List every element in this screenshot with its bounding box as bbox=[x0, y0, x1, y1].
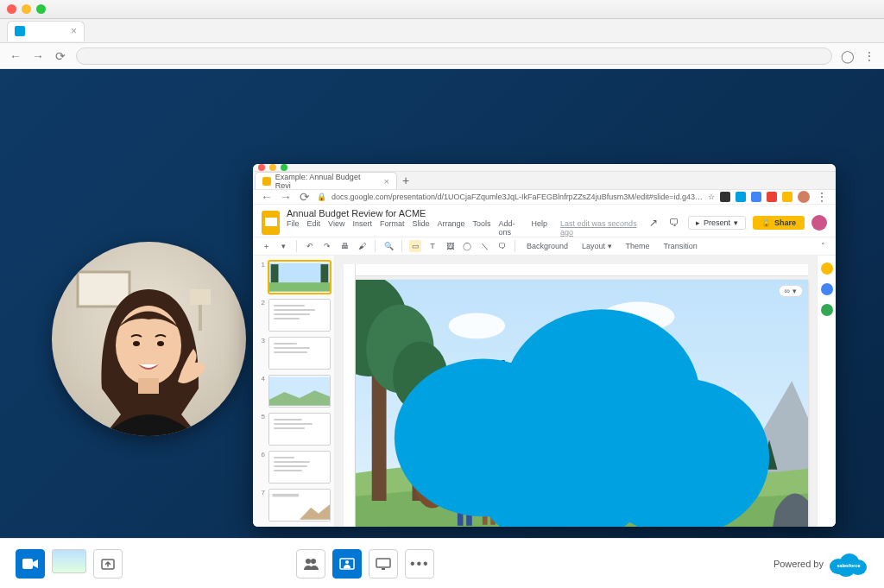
svg-point-6 bbox=[157, 341, 164, 346]
menu-edit[interactable]: Edit bbox=[307, 219, 321, 237]
window-minimize-icon[interactable] bbox=[22, 4, 31, 14]
redo-icon[interactable]: ↷ bbox=[321, 240, 333, 252]
ellipsis-icon: ••• bbox=[410, 556, 430, 572]
share-screen-button[interactable] bbox=[93, 549, 123, 579]
new-tab-icon[interactable]: + bbox=[397, 174, 414, 187]
inner-browser-tab[interactable]: Example: Annual Budget Revi × bbox=[255, 172, 397, 189]
toolbar-theme-button[interactable]: Theme bbox=[622, 241, 654, 251]
print-icon[interactable]: 🖶 bbox=[338, 240, 350, 252]
slide-thumbnail[interactable] bbox=[268, 451, 331, 484]
menu-file[interactable]: File bbox=[287, 219, 300, 237]
slide-canvas[interactable]: Annual Budget Review July 4, 2020 Sally … bbox=[356, 280, 808, 527]
tab-close-icon[interactable]: × bbox=[71, 25, 77, 37]
slide-thumbnail[interactable] bbox=[268, 299, 331, 332]
textbox-icon[interactable]: T bbox=[426, 240, 439, 252]
extension-icon[interactable] bbox=[782, 192, 792, 202]
inner-reload-icon[interactable]: ⟳ bbox=[298, 190, 312, 204]
inner-menu-icon[interactable]: ⋮ bbox=[815, 190, 829, 204]
hide-menus-icon[interactable]: ˄ bbox=[817, 240, 829, 252]
slide-thumbnail[interactable] bbox=[268, 337, 331, 370]
extension-icon[interactable] bbox=[720, 192, 730, 202]
inner-close-icon[interactable] bbox=[258, 164, 265, 171]
self-view-thumbnail[interactable] bbox=[52, 549, 86, 573]
comments-icon[interactable]: 🗨 bbox=[667, 216, 681, 230]
slide-thumbnail[interactable] bbox=[268, 489, 331, 522]
profile-avatar-icon[interactable] bbox=[798, 191, 810, 203]
comment-icon[interactable]: 🗨 bbox=[496, 240, 508, 252]
meeting-action-bar: ••• Powered by salesforce bbox=[0, 538, 884, 588]
participants-button[interactable] bbox=[296, 549, 325, 579]
select-tool-icon[interactable]: ▭ bbox=[409, 240, 421, 252]
inner-minimize-icon[interactable] bbox=[269, 164, 276, 171]
outer-browser-tab[interactable]: × bbox=[7, 21, 85, 41]
reload-icon[interactable]: ⟳ bbox=[54, 49, 67, 63]
keep-icon[interactable] bbox=[821, 262, 833, 275]
chevron-down-icon[interactable]: ▾ bbox=[277, 240, 289, 252]
zoom-icon[interactable]: 🔍 bbox=[382, 240, 395, 252]
inner-titlebar bbox=[253, 164, 836, 172]
slide-thumbnail[interactable] bbox=[268, 375, 331, 408]
slide-number: 3 bbox=[256, 337, 265, 345]
window-zoom-icon[interactable] bbox=[36, 4, 46, 14]
new-slide-icon[interactable]: ＋ bbox=[260, 240, 272, 252]
toolbar-transition-button[interactable]: Transition bbox=[660, 241, 702, 251]
slide-number: 1 bbox=[256, 261, 265, 269]
inner-browser-addressbar: ← → ⟳ 🔒 docs.google.com/presentation/d/1… bbox=[253, 190, 836, 205]
last-edit-text[interactable]: Last edit was seconds ago bbox=[560, 219, 640, 237]
outer-url-bar[interactable] bbox=[76, 47, 832, 65]
paint-format-icon[interactable]: 🖌 bbox=[356, 240, 368, 252]
screen-only-button[interactable] bbox=[369, 549, 398, 579]
menu-tools[interactable]: Tools bbox=[473, 219, 491, 237]
camera-toggle-button[interactable] bbox=[16, 549, 45, 579]
chevron-down-icon: ▾ bbox=[734, 218, 738, 227]
line-icon[interactable]: ＼ bbox=[478, 240, 490, 252]
share-button[interactable]: 🔒 Share bbox=[753, 216, 805, 230]
extension-icon[interactable] bbox=[736, 192, 746, 202]
tasks-icon[interactable] bbox=[821, 283, 833, 295]
slide-thumbnail-panel[interactable]: 1 2 3 4 5 6 bbox=[253, 256, 335, 527]
shape-icon[interactable]: ◯ bbox=[461, 240, 473, 252]
more-options-button[interactable]: ••• bbox=[405, 549, 434, 579]
extension-icon[interactable] bbox=[751, 192, 761, 202]
addons-icon[interactable] bbox=[821, 304, 833, 316]
account-avatar-icon[interactable] bbox=[811, 215, 827, 231]
undo-icon[interactable]: ↶ bbox=[304, 240, 316, 252]
inner-url-text[interactable]: docs.google.com/presentation/d/1UOCjaFZq… bbox=[332, 193, 703, 201]
window-close-icon[interactable] bbox=[7, 4, 16, 14]
present-button[interactable]: ▸ Present ▾ bbox=[688, 216, 746, 230]
inner-tab-close-icon[interactable]: × bbox=[384, 176, 389, 187]
browser-menu-icon[interactable]: ⋮ bbox=[863, 49, 875, 63]
inner-forward-icon[interactable]: → bbox=[279, 190, 293, 204]
menu-insert[interactable]: Insert bbox=[352, 219, 372, 237]
toolbar-layout-button[interactable]: Layout ▾ bbox=[578, 241, 616, 251]
inner-back-icon[interactable]: ← bbox=[260, 190, 274, 204]
profile-icon[interactable]: ◯ bbox=[841, 49, 855, 63]
activity-stream-icon[interactable]: ↗ bbox=[647, 216, 660, 230]
svg-rect-11 bbox=[321, 264, 329, 282]
presentation-title[interactable]: Annual Budget Review for ACME bbox=[287, 208, 640, 218]
menu-view[interactable]: View bbox=[328, 219, 344, 237]
svg-rect-2 bbox=[190, 289, 211, 305]
participant-video-bubble[interactable] bbox=[52, 242, 246, 436]
slide-thumbnail[interactable] bbox=[268, 413, 331, 446]
menu-addons[interactable]: Add-ons bbox=[499, 219, 524, 237]
menu-arrange[interactable]: Arrange bbox=[437, 219, 464, 237]
bookmark-star-icon[interactable]: ☆ bbox=[708, 193, 715, 201]
slide-thumbnail[interactable] bbox=[268, 261, 331, 294]
presenter-view-button[interactable] bbox=[332, 549, 362, 579]
back-icon[interactable]: ← bbox=[9, 49, 22, 63]
menu-format[interactable]: Format bbox=[380, 219, 405, 237]
menu-slide[interactable]: Slide bbox=[412, 219, 429, 237]
toolbar-background-button[interactable]: Background bbox=[522, 241, 572, 251]
forward-icon[interactable]: → bbox=[31, 49, 45, 63]
image-icon[interactable]: 🖼 bbox=[444, 240, 456, 252]
menu-help[interactable]: Help bbox=[532, 219, 548, 237]
horizontal-ruler bbox=[356, 264, 808, 276]
google-slides-app: Annual Budget Review for ACME File Edit … bbox=[253, 205, 836, 527]
outer-browser-tabstrip: × bbox=[0, 19, 884, 43]
inner-zoom-icon[interactable] bbox=[281, 164, 287, 171]
slide-link-chip[interactable]: ∞ ▾ bbox=[779, 285, 803, 297]
extension-icon[interactable] bbox=[767, 192, 777, 202]
slides-logo-icon[interactable] bbox=[262, 211, 280, 235]
slides-favicon-icon bbox=[262, 177, 271, 186]
